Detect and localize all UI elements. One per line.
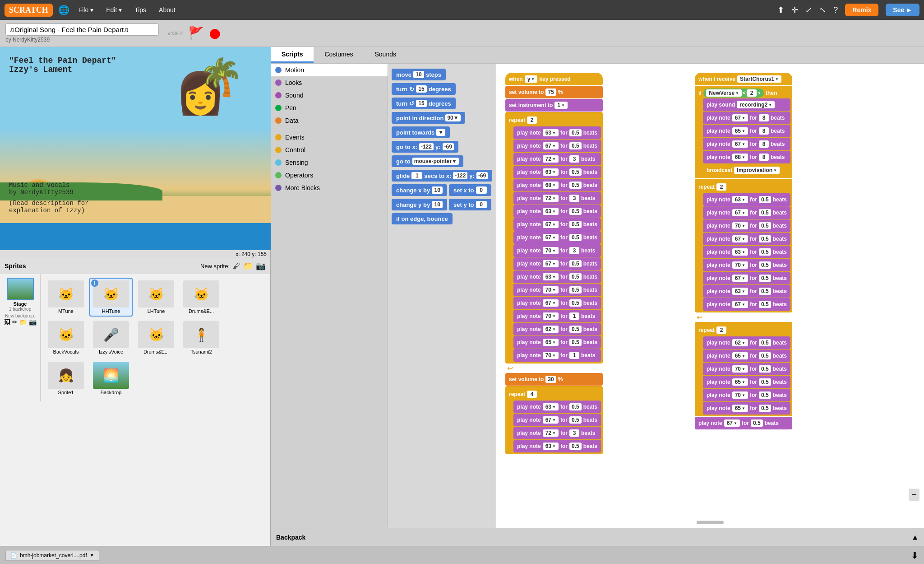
s2b-note-70-05[interactable]: play note 70 for 0.5 beats: [703, 363, 790, 375]
category-more-blocks[interactable]: More Blocks: [271, 182, 388, 194]
category-pen[interactable]: Pen: [271, 102, 388, 114]
tab-scripts[interactable]: Scripts: [271, 47, 314, 63]
block-set-volume-30[interactable]: set volume to 30 %: [505, 373, 603, 386]
block-change-x[interactable]: change x by 10: [392, 184, 447, 196]
note-dd[interactable]: 62: [732, 339, 748, 346]
image-backdrop-icon[interactable]: 🖼: [4, 318, 10, 326]
note-dd[interactable]: 63: [543, 443, 559, 450]
note-dd[interactable]: 65: [732, 378, 748, 386]
download-btn[interactable]: ⬇: [911, 550, 919, 561]
newverse-dd[interactable]: NewVerse: [706, 89, 742, 97]
repeat-4-header[interactable]: repeat 4: [507, 388, 601, 401]
remix-button[interactable]: Remix: [845, 4, 878, 16]
s2b-note-65-05b[interactable]: play note 65 for 0.5 beats: [703, 376, 790, 388]
see-inside-button[interactable]: See ►: [886, 4, 919, 16]
note-dd[interactable]: 70: [543, 286, 559, 294]
if-note-67-8b[interactable]: play note 67 for 8 beats: [703, 138, 790, 150]
r4-note-72-3[interactable]: play note 72 for 3 beats: [513, 427, 601, 439]
menu-edit[interactable]: Edit ▾: [102, 5, 125, 15]
backpack-panel[interactable]: Backpack ▲: [271, 528, 924, 546]
note-63-05[interactable]: play note 63 for 0.5 beats: [513, 126, 601, 139]
s2b-note-62-05[interactable]: play note 62 for 0.5 beats: [703, 336, 790, 349]
note-62-05[interactable]: play note 62 for 0.5 beats: [513, 323, 601, 336]
note-dd[interactable]: 67: [543, 299, 559, 307]
category-operators[interactable]: Operators: [271, 169, 388, 182]
note-dd[interactable]: 67: [732, 209, 748, 216]
sprite-item-izzyvoice[interactable]: 🎤 Izzy'sVoice: [89, 318, 133, 357]
note-dd[interactable]: 63: [543, 168, 559, 176]
note-dd[interactable]: 67: [543, 234, 559, 241]
block-play-sound[interactable]: play sound recording2: [703, 98, 790, 111]
s2-note-63-05[interactable]: play note 63 for 0.5 beats: [703, 193, 790, 206]
s2-final-note-67[interactable]: play note 67 for 0.5 beats: [695, 417, 792, 429]
block-set-x[interactable]: set x to 0: [449, 184, 491, 196]
note-dd[interactable]: 70: [732, 222, 748, 229]
r4-note-63-05b[interactable]: play note 63 for 0.5 beats: [513, 440, 601, 452]
note-dd[interactable]: 67: [732, 301, 748, 308]
camera-sprite-btn[interactable]: 📷: [256, 261, 266, 271]
note-dd[interactable]: 70: [543, 352, 559, 359]
s2-repeat-2b-header[interactable]: repeat 2: [697, 324, 790, 336]
if-note-68-8[interactable]: play note 68 for 8 beats: [703, 151, 790, 163]
note-dd[interactable]: 63: [732, 288, 748, 295]
if-header[interactable]: if NewVerse < 2 then: [697, 88, 790, 98]
zoom-out-btn[interactable]: −: [909, 489, 919, 501]
sound-dropdown[interactable]: recording2: [737, 101, 775, 108]
category-events[interactable]: Events: [271, 131, 388, 144]
category-looks[interactable]: Looks: [271, 76, 388, 89]
note-dd[interactable]: 67: [543, 260, 559, 267]
broadcast-dropdown[interactable]: Improvisation: [734, 167, 780, 174]
block-glide[interactable]: glide 1 secs to x: -122 y: -69: [392, 170, 492, 182]
project-title-input[interactable]: [5, 23, 159, 36]
block-point-direction[interactable]: point in direction 90▼: [392, 112, 465, 124]
note-dd[interactable]: 67: [732, 140, 748, 148]
note-63-05b[interactable]: play note 63 for 0.5 beats: [513, 166, 601, 178]
sprite-item-drums1[interactable]: 🐱 Drums&E...: [180, 278, 223, 317]
receive-dropdown[interactable]: StartChorus1: [737, 75, 781, 83]
block-bounce[interactable]: if on edge, bounce: [392, 213, 453, 224]
note-dd[interactable]: 63: [543, 403, 559, 410]
note-dd[interactable]: 67: [732, 275, 748, 282]
note-dd[interactable]: 63: [732, 248, 748, 256]
instrument-dropdown[interactable]: 1: [554, 102, 568, 109]
s2-note-67-05d[interactable]: play note 67 for 0.5 beats: [703, 298, 790, 311]
block-set-instrument-1[interactable]: set instrument to 1: [505, 99, 603, 112]
s2-note-67-05[interactable]: play note 67 for 0.5 beats: [703, 206, 790, 219]
note-67-05[interactable]: play note 67 for 0.5 beats: [513, 140, 601, 152]
s2-note-70-05[interactable]: play note 70 for 0.5 beats: [703, 219, 790, 232]
repeat-2-header[interactable]: repeat 2: [507, 114, 601, 126]
download-icon[interactable]: ⬇: [911, 550, 919, 560]
horizontal-scrollbar[interactable]: [697, 521, 724, 524]
if-note-65-8[interactable]: play note 65 for 8 beats: [703, 125, 790, 137]
note-dd[interactable]: 68: [543, 182, 559, 189]
stamp-sprite-btn[interactable]: 📁: [243, 261, 253, 271]
note-dd[interactable]: 70: [543, 247, 559, 254]
note-dd[interactable]: 68: [732, 154, 748, 161]
block-point-towards[interactable]: point towards ▼: [392, 126, 450, 138]
file-tab[interactable]: 📄 bmh-jobmarket_coverl....pdf ▼: [5, 550, 99, 561]
scratch-logo[interactable]: SCRATCH: [5, 4, 53, 17]
s2-repeat-2-header[interactable]: repeat 2: [697, 181, 790, 193]
sprite-item-hhtune[interactable]: i 🐱 HHTune: [89, 278, 133, 317]
block-set-y[interactable]: set y to 0: [449, 199, 491, 210]
note-dd[interactable]: 62: [543, 326, 559, 333]
upload-icon[interactable]: ⬆: [777, 5, 784, 15]
block-turn-right[interactable]: turn ↻ 15 degrees: [392, 83, 456, 95]
note-dd[interactable]: 72: [543, 195, 559, 202]
note-dd[interactable]: 65: [732, 127, 748, 135]
if-condition[interactable]: NewVerse < 2: [703, 89, 764, 98]
fullscreen-icon[interactable]: ⤢: [805, 5, 812, 15]
note-dd[interactable]: 65: [543, 339, 559, 346]
green-flag-button[interactable]: 🚩: [188, 26, 204, 41]
hat-receive[interactable]: when I receive StartChorus1: [695, 73, 792, 85]
file-dropdown-arrow[interactable]: ▼: [90, 553, 94, 558]
note-63-05d[interactable]: play note 63 for 0.5 beats: [513, 270, 601, 283]
sprite-item-mtune[interactable]: 🐱 MTune: [44, 278, 88, 317]
stop-button[interactable]: ⬤: [209, 28, 221, 39]
s2-note-63-05c[interactable]: play note 63 for 0.5 beats: [703, 285, 790, 298]
note-dd[interactable]: 63: [543, 273, 559, 280]
menu-tips[interactable]: Tips: [131, 5, 150, 15]
menu-about[interactable]: About: [155, 5, 179, 15]
block-go-to-xy[interactable]: go to x: -122 y: -69: [392, 141, 458, 153]
r4-note-67-05[interactable]: play note 67 for 0.5 beats: [513, 414, 601, 426]
